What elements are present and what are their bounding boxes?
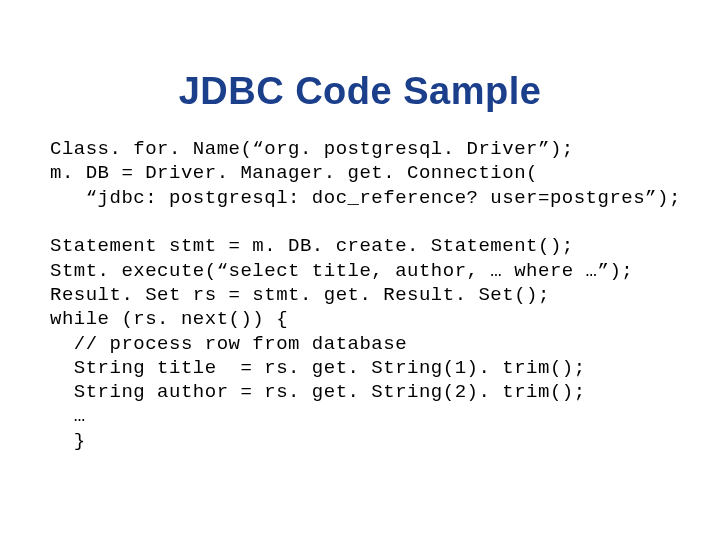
code-line: // process row from database xyxy=(50,333,407,355)
code-line: Result. Set rs = stmt. get. Result. Set(… xyxy=(50,284,550,306)
code-line: String author = rs. get. String(2). trim… xyxy=(50,381,586,403)
code-line: } xyxy=(50,430,86,452)
code-line: Stmt. execute(“select title, author, … w… xyxy=(50,260,633,282)
code-line: while (rs. next()) { xyxy=(50,308,288,330)
code-line: “jdbc: postgresql: doc_reference? user=p… xyxy=(50,187,681,209)
code-line: … xyxy=(50,405,86,427)
slide: JDBC Code Sample Class. for. Name(“org. … xyxy=(0,0,720,540)
code-line: String title = rs. get. String(1). trim(… xyxy=(50,357,586,379)
code-line: m. DB = Driver. Manager. get. Connection… xyxy=(50,162,538,184)
code-sample: Class. for. Name(“org. postgresql. Drive… xyxy=(50,137,670,453)
code-line: Statement stmt = m. DB. create. Statemen… xyxy=(50,235,574,257)
code-line: Class. for. Name(“org. postgresql. Drive… xyxy=(50,138,574,160)
slide-title: JDBC Code Sample xyxy=(50,70,670,113)
